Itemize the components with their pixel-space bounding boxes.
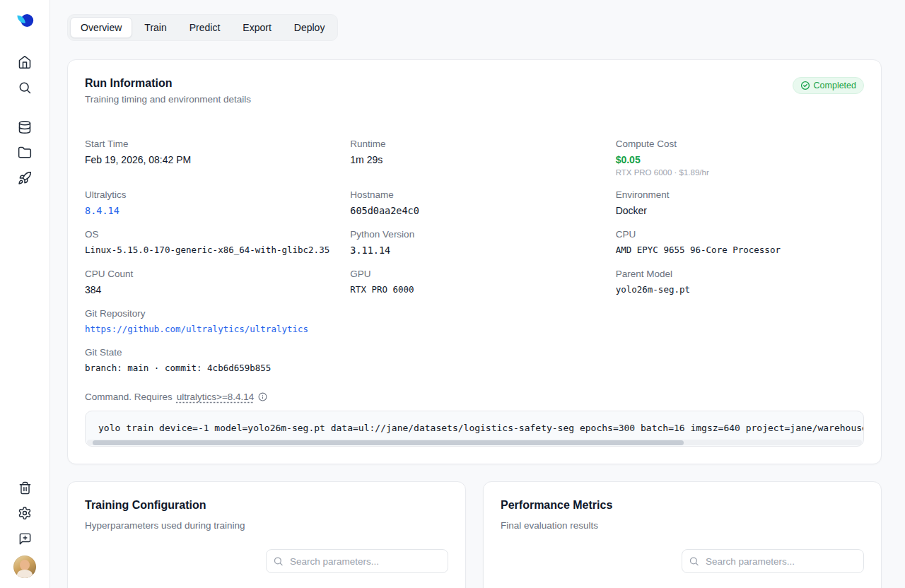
field-label: Ultralytics xyxy=(85,189,333,200)
field-label: GPU xyxy=(350,269,598,279)
field-value: 605d0aa2e4c0 xyxy=(350,205,598,216)
field-value: RTX PRO 6000 xyxy=(350,284,598,295)
field-label: Compute Cost xyxy=(616,139,864,149)
training-configuration-card: Training Configuration Hyperparameters u… xyxy=(67,481,466,588)
panel-subtitle: Final evaluation results xyxy=(501,520,864,531)
field-compute-cost: Compute Cost $0.05 RTX PRO 6000 · $1.89/… xyxy=(616,139,864,177)
sidebar xyxy=(0,0,50,588)
user-avatar[interactable] xyxy=(13,555,36,578)
field-cpu-count: CPU Count 384 xyxy=(85,269,333,295)
field-value: Docker xyxy=(616,205,864,216)
field-value: 384 xyxy=(85,284,333,295)
field-label: CPU Count xyxy=(85,269,333,279)
field-value: 3.11.14 xyxy=(350,245,598,256)
panel-title: Performance Metrics xyxy=(501,499,864,512)
parameters-search xyxy=(266,549,448,573)
panel-title: Training Configuration xyxy=(85,499,448,512)
field-gpu: GPU RTX PRO 6000 xyxy=(350,269,598,295)
field-label: Hostname xyxy=(350,189,598,200)
field-hostname: Hostname 605d0aa2e4c0 xyxy=(350,189,598,216)
field-value: yolo26m-seg.pt xyxy=(616,284,864,295)
status-badge-label: Completed xyxy=(814,81,856,90)
field-cpu: CPU AMD EPYC 9655 96-Core Processor xyxy=(616,229,864,256)
settings-gear-icon[interactable] xyxy=(13,501,37,525)
run-information-titles: Run Information Training timing and envi… xyxy=(85,77,251,105)
field-python-version: Python Version 3.11.14 xyxy=(350,229,598,256)
search-parameters-input[interactable] xyxy=(266,549,448,573)
check-circle-icon xyxy=(800,81,810,90)
field-ultralytics-version: Ultralytics 8.4.14 xyxy=(85,189,333,216)
search-icon xyxy=(689,556,699,567)
field-value: $0.05 xyxy=(616,154,864,165)
run-information-card: Run Information Training timing and envi… xyxy=(67,59,882,464)
rocket-icon[interactable] xyxy=(13,166,37,190)
command-requirement[interactable]: ultralytics>=8.4.14 xyxy=(177,392,255,402)
info-icon[interactable] xyxy=(258,392,267,401)
bottom-cards: Training Configuration Hyperparameters u… xyxy=(67,481,882,588)
field-value: 1m 29s xyxy=(350,154,598,165)
field-value: Feb 19, 2026, 08:42 PM xyxy=(85,154,333,165)
field-git-state: Git State branch: main · commit: 4cb6d65… xyxy=(85,347,864,373)
run-information-header: Run Information Training timing and envi… xyxy=(85,77,864,105)
field-label: Runtime xyxy=(350,139,598,149)
card-title: Run Information xyxy=(85,77,251,90)
trash-icon[interactable] xyxy=(13,476,37,500)
field-value: Linux-5.15.0-170-generic-x86_64-with-gli… xyxy=(85,245,333,255)
field-label: Start Time xyxy=(85,139,333,149)
field-label: CPU xyxy=(616,229,864,240)
horizontal-scrollbar-thumb[interactable] xyxy=(93,440,684,445)
search-icon[interactable] xyxy=(13,76,37,100)
datasets-icon[interactable] xyxy=(13,115,37,139)
projects-folder-icon[interactable] xyxy=(13,141,37,165)
field-value: AMD EPYC 9655 96-Core Processor xyxy=(616,245,864,255)
search-icon xyxy=(273,556,284,567)
field-git-repository: Git Repository https://github.com/ultral… xyxy=(85,308,864,334)
tab-export[interactable]: Export xyxy=(232,17,281,38)
field-start-time: Start Time Feb 19, 2026, 08:42 PM xyxy=(85,139,333,177)
field-label: Python Version xyxy=(350,229,598,240)
tab-overview[interactable]: Overview xyxy=(70,17,132,38)
field-label: Git Repository xyxy=(85,308,864,319)
compute-cost-detail: RTX PRO 6000 · $1.89/hr xyxy=(616,168,864,177)
tab-train[interactable]: Train xyxy=(134,17,177,38)
home-icon[interactable] xyxy=(13,50,37,74)
search-metrics-input[interactable] xyxy=(682,549,864,573)
command-label-prefix: Command. Requires xyxy=(85,392,173,402)
run-info-grid: Start Time Feb 19, 2026, 08:42 PM Runtim… xyxy=(85,139,864,373)
field-os: OS Linux-5.15.0-170-generic-x86_64-with-… xyxy=(85,229,333,256)
field-value: branch: main · commit: 4cb6d659b855 xyxy=(85,363,864,373)
search-row xyxy=(85,549,448,573)
metrics-search xyxy=(682,549,864,573)
ultralytics-logo-icon[interactable] xyxy=(16,11,34,33)
version-link[interactable]: 8.4.14 xyxy=(85,205,333,216)
field-label: OS xyxy=(85,229,333,240)
status-badge: Completed xyxy=(793,77,864,94)
field-environment: Environment Docker xyxy=(616,189,864,216)
page-tabs: Overview Train Predict Export Deploy xyxy=(67,14,338,41)
panel-subtitle: Hyperparameters used during training xyxy=(85,520,448,531)
git-repository-link[interactable]: https://github.com/ultralytics/ultralyti… xyxy=(85,324,864,334)
feedback-message-plus-icon[interactable] xyxy=(13,527,37,551)
field-parent-model: Parent Model yolo26m-seg.pt xyxy=(616,269,864,295)
train-command-code-block[interactable]: yolo train device=-1 model=yolo26m-seg.p… xyxy=(85,411,864,447)
field-label: Parent Model xyxy=(616,269,864,279)
field-runtime: Runtime 1m 29s xyxy=(350,139,598,177)
tab-deploy[interactable]: Deploy xyxy=(284,17,336,38)
performance-metrics-card: Performance Metrics Final evaluation res… xyxy=(483,481,882,588)
search-row xyxy=(501,549,864,573)
card-subtitle: Training timing and environment details xyxy=(85,94,251,105)
train-command-text: yolo train device=-1 model=yolo26m-seg.p… xyxy=(98,423,864,433)
tab-predict[interactable]: Predict xyxy=(179,17,231,38)
main-content: Overview Train Predict Export Deploy Run… xyxy=(50,0,905,588)
command-label: Command. Requires ultralytics>=8.4.14 xyxy=(85,392,864,402)
field-label: Git State xyxy=(85,347,864,358)
field-label: Environment xyxy=(616,189,864,200)
